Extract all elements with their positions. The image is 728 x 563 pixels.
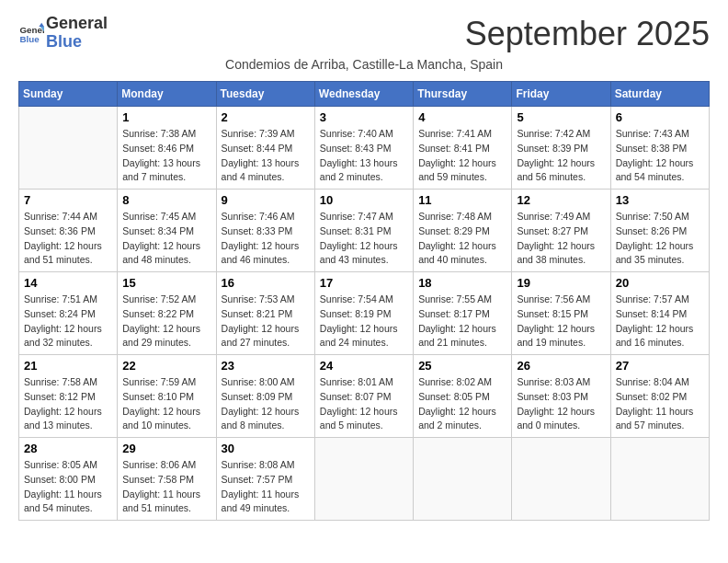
day-info: Sunrise: 7:46 AM Sunset: 8:33 PM Dayligh… (222, 210, 310, 268)
sunset-text: Sunset: 8:02 PM (616, 390, 704, 405)
sunrise-text: Sunrise: 7:40 AM (320, 127, 408, 142)
daylight-text: Daylight: 12 hours and 48 minutes. (122, 239, 210, 269)
calendar-cell: 11 Sunrise: 7:48 AM Sunset: 8:29 PM Dayl… (414, 190, 512, 272)
sunrise-text: Sunrise: 7:51 AM (24, 293, 112, 307)
day-info: Sunrise: 7:53 AM Sunset: 8:21 PM Dayligh… (222, 293, 310, 350)
day-number: 5 (517, 110, 605, 124)
daylight-text: Daylight: 12 hours and 46 minutes. (222, 239, 310, 269)
header-tuesday: Tuesday (216, 82, 314, 107)
sunset-text: Sunset: 8:39 PM (517, 142, 605, 156)
calendar-cell: 19 Sunrise: 7:56 AM Sunset: 8:15 PM Dayl… (512, 272, 610, 355)
day-info: Sunrise: 7:45 AM Sunset: 8:34 PM Dayligh… (122, 210, 210, 268)
day-number: 8 (122, 193, 210, 207)
calendar-cell (610, 438, 709, 521)
calendar-cell: 7 Sunrise: 7:44 AM Sunset: 8:36 PM Dayli… (19, 190, 118, 272)
sunrise-text: Sunrise: 7:54 AM (320, 293, 408, 307)
sunset-text: Sunset: 8:36 PM (24, 224, 112, 239)
day-number: 19 (517, 276, 605, 290)
day-number: 1 (122, 110, 210, 124)
calendar-cell (414, 438, 512, 521)
calendar-cell: 26 Sunrise: 8:03 AM Sunset: 8:03 PM Dayl… (512, 355, 610, 438)
day-info: Sunrise: 8:02 AM Sunset: 8:05 PM Dayligh… (418, 375, 506, 433)
daylight-text: Daylight: 12 hours and 43 minutes. (320, 239, 408, 269)
sunrise-text: Sunrise: 7:47 AM (320, 210, 408, 224)
sunset-text: Sunset: 8:12 PM (24, 390, 112, 405)
daylight-text: Daylight: 11 hours and 54 minutes. (24, 488, 112, 517)
sunrise-text: Sunrise: 7:45 AM (122, 210, 210, 224)
location-title: Condemios de Arriba, Castille-La Mancha,… (18, 57, 710, 72)
daylight-text: Daylight: 12 hours and 10 minutes. (122, 405, 210, 434)
day-info: Sunrise: 7:50 AM Sunset: 8:26 PM Dayligh… (616, 210, 704, 268)
calendar-cell: 27 Sunrise: 8:04 AM Sunset: 8:02 PM Dayl… (610, 355, 709, 438)
calendar-cell: 30 Sunrise: 8:08 AM Sunset: 7:57 PM Dayl… (216, 438, 314, 521)
calendar-cell: 29 Sunrise: 8:06 AM Sunset: 7:58 PM Dayl… (118, 438, 216, 521)
sunset-text: Sunset: 8:09 PM (222, 390, 310, 405)
logo: General Blue General Blue (18, 15, 108, 52)
calendar-week-0: 1 Sunrise: 7:38 AM Sunset: 8:46 PM Dayli… (19, 107, 710, 190)
logo-icon: General Blue (18, 20, 44, 46)
day-info: Sunrise: 7:59 AM Sunset: 8:10 PM Dayligh… (122, 375, 210, 433)
month-title: September 2025 (465, 15, 710, 53)
daylight-text: Daylight: 12 hours and 8 minutes. (222, 405, 310, 434)
day-number: 24 (320, 359, 408, 373)
header-monday: Monday (118, 82, 216, 107)
sunrise-text: Sunrise: 8:06 AM (122, 458, 210, 473)
sunset-text: Sunset: 8:43 PM (320, 142, 408, 156)
sunrise-text: Sunrise: 7:59 AM (122, 375, 210, 390)
day-number: 28 (24, 442, 112, 455)
day-info: Sunrise: 7:43 AM Sunset: 8:38 PM Dayligh… (616, 127, 704, 185)
logo-text: General Blue (46, 15, 108, 52)
calendar-cell (314, 438, 413, 521)
sunrise-text: Sunrise: 7:50 AM (616, 210, 704, 224)
calendar-cell: 21 Sunrise: 7:58 AM Sunset: 8:12 PM Dayl… (19, 355, 118, 438)
calendar-cell: 8 Sunrise: 7:45 AM Sunset: 8:34 PM Dayli… (118, 190, 216, 272)
day-number: 15 (122, 276, 210, 290)
sunset-text: Sunset: 8:24 PM (24, 307, 112, 322)
day-info: Sunrise: 7:52 AM Sunset: 8:22 PM Dayligh… (122, 293, 210, 350)
sunset-text: Sunset: 8:27 PM (517, 224, 605, 239)
day-number: 21 (24, 359, 112, 373)
sunset-text: Sunset: 8:38 PM (616, 142, 704, 156)
sunset-text: Sunset: 8:44 PM (222, 142, 310, 156)
calendar-cell: 3 Sunrise: 7:40 AM Sunset: 8:43 PM Dayli… (314, 107, 413, 190)
calendar-cell: 4 Sunrise: 7:41 AM Sunset: 8:41 PM Dayli… (414, 107, 512, 190)
sunrise-text: Sunrise: 7:41 AM (418, 127, 506, 142)
calendar-cell: 9 Sunrise: 7:46 AM Sunset: 8:33 PM Dayli… (216, 190, 314, 272)
day-number: 29 (122, 442, 210, 455)
sunrise-text: Sunrise: 7:48 AM (418, 210, 506, 224)
sunset-text: Sunset: 8:03 PM (517, 390, 605, 405)
day-number: 13 (616, 193, 704, 207)
calendar-cell: 6 Sunrise: 7:43 AM Sunset: 8:38 PM Dayli… (610, 107, 709, 190)
sunset-text: Sunset: 8:07 PM (320, 390, 408, 405)
sunrise-text: Sunrise: 7:53 AM (222, 293, 310, 307)
day-info: Sunrise: 7:58 AM Sunset: 8:12 PM Dayligh… (24, 375, 112, 433)
calendar-cell: 25 Sunrise: 8:02 AM Sunset: 8:05 PM Dayl… (414, 355, 512, 438)
daylight-text: Daylight: 12 hours and 38 minutes. (517, 239, 605, 269)
daylight-text: Daylight: 11 hours and 51 minutes. (122, 488, 210, 517)
daylight-text: Daylight: 12 hours and 54 minutes. (616, 156, 704, 186)
sunset-text: Sunset: 8:34 PM (122, 224, 210, 239)
day-info: Sunrise: 7:48 AM Sunset: 8:29 PM Dayligh… (418, 210, 506, 268)
calendar-cell: 14 Sunrise: 7:51 AM Sunset: 8:24 PM Dayl… (19, 272, 118, 355)
daylight-text: Daylight: 12 hours and 24 minutes. (320, 322, 408, 351)
sunrise-text: Sunrise: 8:01 AM (320, 375, 408, 390)
sunrise-text: Sunrise: 7:57 AM (616, 293, 704, 307)
calendar-cell: 17 Sunrise: 7:54 AM Sunset: 8:19 PM Dayl… (314, 272, 413, 355)
day-info: Sunrise: 7:55 AM Sunset: 8:17 PM Dayligh… (418, 293, 506, 350)
day-number: 7 (24, 193, 112, 207)
day-info: Sunrise: 7:39 AM Sunset: 8:44 PM Dayligh… (222, 127, 310, 185)
day-info: Sunrise: 7:51 AM Sunset: 8:24 PM Dayligh… (24, 293, 112, 350)
daylight-text: Daylight: 12 hours and 27 minutes. (222, 322, 310, 351)
day-number: 22 (122, 359, 210, 373)
daylight-text: Daylight: 11 hours and 49 minutes. (222, 488, 310, 517)
daylight-text: Daylight: 12 hours and 56 minutes. (517, 156, 605, 186)
sunrise-text: Sunrise: 8:00 AM (222, 375, 310, 390)
svg-text:Blue: Blue (19, 34, 40, 44)
day-number: 6 (616, 110, 704, 124)
sunset-text: Sunset: 8:41 PM (418, 142, 506, 156)
sunset-text: Sunset: 8:31 PM (320, 224, 408, 239)
sunset-text: Sunset: 8:46 PM (122, 142, 210, 156)
calendar-cell: 22 Sunrise: 7:59 AM Sunset: 8:10 PM Dayl… (118, 355, 216, 438)
calendar-week-1: 7 Sunrise: 7:44 AM Sunset: 8:36 PM Dayli… (19, 190, 710, 272)
sunrise-text: Sunrise: 7:39 AM (222, 127, 310, 142)
